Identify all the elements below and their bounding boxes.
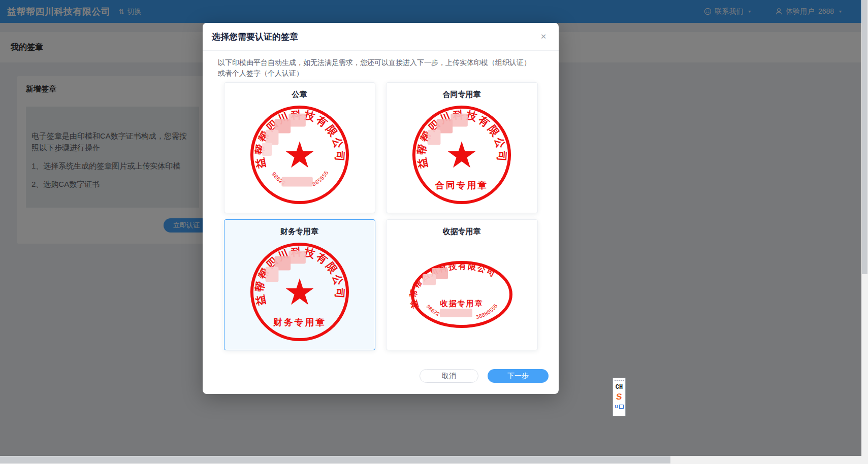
seal-card-title: 合同专用章	[387, 90, 537, 100]
dialog-title: 选择您需要认证的签章	[212, 31, 298, 43]
dialog-header: 选择您需要认证的签章	[203, 23, 559, 51]
red-star	[285, 141, 313, 168]
ime-symbol-icon[interactable]: u	[615, 404, 618, 409]
seal-card-official[interactable]: 公章 益帮帮四川科技有限公司 98622 885555	[224, 82, 375, 213]
svg-text:合同专用章: 合同专用章	[435, 180, 488, 190]
finance-seal-image: 益帮帮四川科技有限公司 财务专用章	[248, 241, 351, 343]
vertical-scrollbar-thumb[interactable]	[862, 0, 867, 274]
horizontal-scrollbar[interactable]	[0, 456, 861, 464]
seal-card-title: 财务专用章	[224, 227, 375, 237]
seal-card-finance[interactable]: 财务专用章 益帮帮四川科技有限公司 财务专用章	[224, 219, 375, 350]
official-seal-image: 益帮帮四川科技有限公司 98622 885555	[248, 104, 351, 206]
screen: 益帮帮四川科技有限公司 ⇅ 切换 联系我们 ▼ 体验	[0, 0, 868, 464]
svg-text:收据专用章: 收据专用章	[440, 299, 484, 308]
red-star	[448, 141, 476, 168]
ime-drag-handle[interactable]	[615, 380, 624, 381]
dialog-description: 以下印模由平台自动生成，如无法满足需求，您还可以直接进入下一步，上传实体印模（组…	[218, 57, 534, 79]
receipt-seal-image: 益帮帮四川科技有限公司 收据专用章 98622 36885555	[408, 259, 515, 330]
seal-card-contract[interactable]: 合同专用章 益帮帮四川科技有限公司 合同专用章	[386, 82, 538, 213]
ime-keyboard-icon[interactable]	[619, 405, 624, 409]
select-seal-dialog: 选择您需要认证的签章 × 以下印模由平台自动生成，如无法满足需求，您还可以直接进…	[203, 23, 559, 394]
svg-text:885555: 885555	[311, 169, 330, 187]
horizontal-scrollbar-thumb[interactable]	[0, 456, 670, 463]
seal-card-title: 公章	[224, 90, 375, 100]
contract-seal-image: 益帮帮四川科技有限公司 合同专用章	[410, 104, 513, 206]
close-icon[interactable]: ×	[537, 30, 550, 42]
ime-tools: u	[615, 404, 623, 409]
next-step-button[interactable]: 下一步	[488, 369, 549, 383]
svg-text:98622: 98622	[425, 303, 441, 317]
sogou-logo-icon[interactable]: S	[616, 392, 622, 401]
vertical-scrollbar[interactable]	[861, 0, 868, 464]
dialog-footer: 取消 下一步	[420, 369, 549, 383]
ime-mode-indicator[interactable]: CH	[616, 384, 623, 391]
seal-card-receipt[interactable]: 收据专用章 益帮帮四川科技有限公司 收据专用章 98622 36885555	[386, 219, 538, 350]
red-star	[285, 278, 313, 305]
ime-toolbar[interactable]: CH S u	[613, 378, 626, 416]
cancel-button[interactable]: 取消	[420, 369, 478, 383]
seal-grid: 公章 益帮帮四川科技有限公司 98622 885555	[224, 82, 538, 350]
svg-text:财务专用章: 财务专用章	[273, 317, 326, 327]
seal-card-title: 收据专用章	[387, 227, 537, 237]
